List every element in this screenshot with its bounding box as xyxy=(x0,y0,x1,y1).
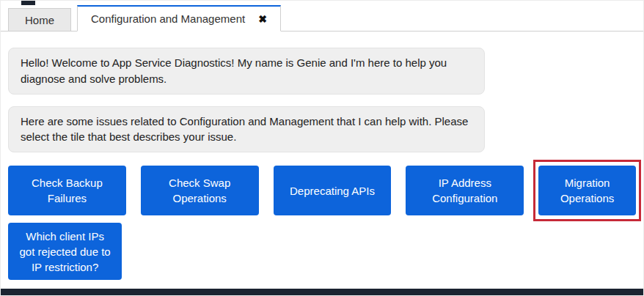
tile-client-ips-rejected[interactable]: Which client IPs got rejected due to IP … xyxy=(8,223,122,280)
app-window: Home Configuration and Management ✖ Hell… xyxy=(0,0,644,296)
tab-bar: Home Configuration and Management ✖ xyxy=(1,1,643,32)
issue-tile-row: Check Backup Failures Check Swap Operati… xyxy=(8,166,636,215)
tab-home[interactable]: Home xyxy=(8,8,71,31)
tab-home-label: Home xyxy=(25,14,54,26)
chat-message-issue-list: Here are some issues related to Configur… xyxy=(8,106,485,153)
bottom-bar xyxy=(1,289,643,295)
chat-message-welcome: Hello! Welcome to App Service Diagnostic… xyxy=(8,48,485,95)
top-left-dark-strip xyxy=(21,1,35,5)
issue-tile-row-2: Which client IPs got rejected due to IP … xyxy=(8,223,636,280)
tile-migration-operations-wrapper: Migration Operations xyxy=(538,166,636,215)
tile-migration-operations[interactable]: Migration Operations xyxy=(538,166,636,215)
tile-check-backup-failures[interactable]: Check Backup Failures xyxy=(8,166,126,215)
tile-deprecating-apis[interactable]: Deprecating APIs xyxy=(274,166,392,215)
close-icon[interactable]: ✖ xyxy=(258,14,267,24)
tab-config-label: Configuration and Management xyxy=(91,12,245,25)
tile-ip-address-configuration[interactable]: IP Address Configuration xyxy=(406,166,524,215)
tile-check-swap-operations[interactable]: Check Swap Operations xyxy=(141,166,259,215)
tab-configuration-and-management[interactable]: Configuration and Management ✖ xyxy=(77,5,281,32)
chat-area: Hello! Welcome to App Service Diagnostic… xyxy=(1,48,643,280)
